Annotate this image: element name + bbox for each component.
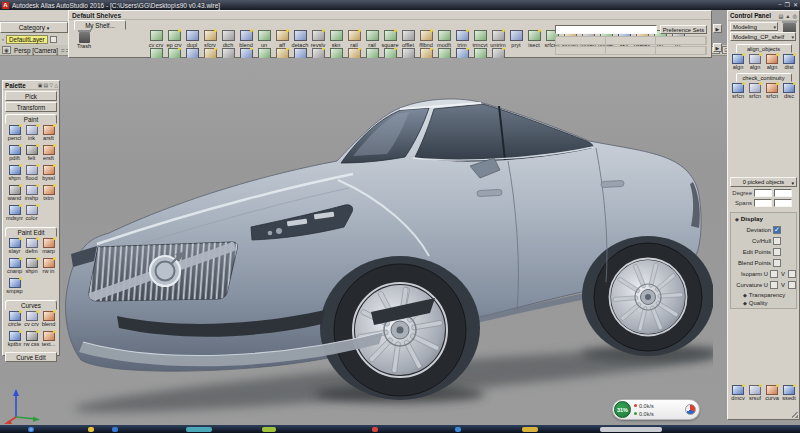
start-orb-icon[interactable]: [28, 427, 34, 432]
shelf-tool[interactable]: [219, 48, 237, 58]
cp-tool[interactable]: algn: [730, 54, 746, 70]
shelf-tool[interactable]: aff: [273, 30, 291, 48]
palette-section-paint[interactable]: Paint: [5, 114, 57, 124]
shelf-tool[interactable]: dupl: [183, 30, 201, 48]
perspective-viewport[interactable]: [0, 56, 727, 425]
tab-check-continuity[interactable]: check_continuity: [736, 73, 792, 82]
display-bullet[interactable]: ◆Transparency: [731, 290, 796, 298]
cp-tool[interactable]: srfcn: [747, 83, 763, 99]
cp-tool[interactable]: dmcv: [730, 385, 746, 401]
palette-tool[interactable]: rw in: [40, 258, 57, 278]
shelves-window-title[interactable]: Default Shelves: [69, 11, 711, 20]
taskbar-icon[interactable]: [186, 427, 212, 432]
panel-target-icon[interactable]: ◎: [792, 13, 797, 19]
palette-tool[interactable]: txtm: [40, 185, 57, 205]
shelf-tool[interactable]: [435, 48, 453, 58]
palette-tool[interactable]: ersft: [40, 145, 57, 165]
palette-tool[interactable]: pencl: [6, 125, 23, 145]
cp-tool[interactable]: curva: [764, 385, 780, 401]
palette-section-pick[interactable]: Pick: [5, 91, 57, 101]
palette-expand-icon[interactable]: △: [54, 82, 58, 88]
shelf-tool[interactable]: [345, 48, 363, 58]
windows-taskbar[interactable]: [0, 425, 800, 433]
taskbar-icon[interactable]: [522, 427, 538, 432]
shelf-tool[interactable]: [237, 48, 255, 58]
shelf-tool[interactable]: revslv: [309, 30, 327, 48]
palette-list-icon[interactable]: ▤: [44, 82, 49, 88]
palette-collapse-icon[interactable]: ▽: [49, 82, 53, 88]
taskbar-icon[interactable]: [455, 427, 461, 432]
shelf-tool[interactable]: [399, 48, 417, 58]
cp-tool[interactable]: dtst: [781, 54, 797, 70]
palette-window[interactable]: Palette ▣ ▤ ▽ △ Pick Transform Paint pen…: [2, 80, 60, 356]
taskbar-icon[interactable]: [88, 427, 94, 432]
panel-list-icon[interactable]: ▤: [778, 13, 783, 19]
shelf-tool[interactable]: sfcrv: [201, 30, 219, 48]
palette-tool[interactable]: wand: [6, 185, 23, 205]
palette-tool[interactable]: ink: [23, 125, 40, 145]
shelf-tool[interactable]: pryt: [507, 30, 525, 48]
panel-up-icon[interactable]: ▲: [785, 13, 790, 19]
shelf-tool[interactable]: detach: [291, 30, 309, 48]
palette-tool[interactable]: cv crv: [23, 311, 40, 331]
control-panel-window[interactable]: Control Panel ▤ ▲ ◎ Modeling▾ Modeling_C…: [727, 10, 800, 420]
spans-u-field[interactable]: [754, 199, 772, 207]
layer-collapse-icon[interactable]: ‹: [2, 36, 4, 42]
shelf-tool[interactable]: dtch: [219, 30, 237, 48]
cp-tool[interactable]: disc: [781, 83, 797, 99]
preference-sets-button[interactable]: Preference Sets: [660, 25, 707, 34]
palette-tool[interactable]: inshp: [23, 185, 40, 205]
scroll-right-icon[interactable]: ▶: [713, 24, 722, 33]
shelf-tool[interactable]: isect: [525, 30, 543, 48]
display-checkbox[interactable]: ✓: [770, 270, 778, 278]
palette-tool[interactable]: shpn: [23, 258, 40, 278]
palette-tool[interactable]: slayr: [6, 238, 23, 258]
palette-section-curve-edit[interactable]: Curve Edit: [5, 352, 57, 362]
palette-tool[interactable]: color: [23, 205, 40, 225]
shelf-tool[interactable]: [363, 48, 381, 58]
palette-tool[interactable]: byssl: [40, 165, 57, 185]
network-monitor-overlay[interactable]: 31% 0.0k/s 0.0k/s: [612, 399, 700, 420]
shelf-tool[interactable]: trmcvt: [471, 30, 489, 48]
degree-u-field[interactable]: [754, 189, 772, 197]
palette-tool[interactable]: circle: [6, 311, 23, 331]
cp-tool[interactable]: srsuf: [747, 385, 763, 401]
palette-tool[interactable]: text...: [40, 331, 57, 351]
palette-tool[interactable]: pdift: [6, 145, 23, 165]
shelf-tool[interactable]: [255, 48, 273, 58]
spans-v-field[interactable]: [774, 199, 792, 207]
palette-section-transform[interactable]: Transform: [5, 102, 57, 112]
palette-tool[interactable]: marp: [40, 238, 57, 258]
shelf-tool[interactable]: [489, 48, 507, 58]
layer-visibility-checkbox[interactable]: [50, 36, 57, 43]
shelf-tool[interactable]: cv crv: [147, 30, 165, 48]
display-bullet[interactable]: ◆Quality: [731, 298, 796, 306]
minimize-icon[interactable]: –: [778, 1, 781, 8]
taskbar-icon[interactable]: [112, 427, 118, 432]
palette-section-paint-edit[interactable]: Paint Edit: [5, 227, 57, 237]
default-shelves-window[interactable]: Default Shelves My Shelf... Trash cv crv…: [68, 10, 712, 58]
shelf-tool[interactable]: [327, 48, 345, 58]
shelf-tool[interactable]: [453, 48, 471, 58]
shelf-tool[interactable]: modft: [435, 30, 453, 48]
preset-dropdown[interactable]: Modeling▾: [730, 22, 778, 31]
taskbar-icon[interactable]: [372, 427, 378, 432]
shelf-tool[interactable]: [309, 48, 327, 58]
palette-tool[interactable]: cnanp: [6, 258, 23, 278]
display-v-checkbox[interactable]: [788, 281, 796, 289]
shelf-tool[interactable]: fflbnd: [417, 30, 435, 48]
maximize-icon[interactable]: ❐: [785, 1, 790, 8]
palette-tool[interactable]: flood: [23, 165, 40, 185]
picked-objects-dropdown[interactable]: 0 picked objects▾: [730, 177, 797, 187]
cp-tool[interactable]: ssedt: [781, 385, 797, 401]
tab-align-objects[interactable]: align_objects: [736, 44, 792, 53]
shelf-tool[interactable]: [417, 48, 435, 58]
display-checkbox[interactable]: ✓: [773, 259, 781, 267]
shelf-tool[interactable]: rail: [345, 30, 363, 48]
close-icon[interactable]: ✕: [793, 1, 798, 8]
preference-field[interactable]: [555, 25, 657, 34]
cp-shelf-dropdown[interactable]: Modeling_CP_shelf▾: [730, 32, 796, 41]
trash-tool[interactable]: Trash: [74, 32, 94, 49]
cp-tool[interactable]: srfcn: [764, 83, 780, 99]
shelf-tool[interactable]: blend: [237, 30, 255, 48]
